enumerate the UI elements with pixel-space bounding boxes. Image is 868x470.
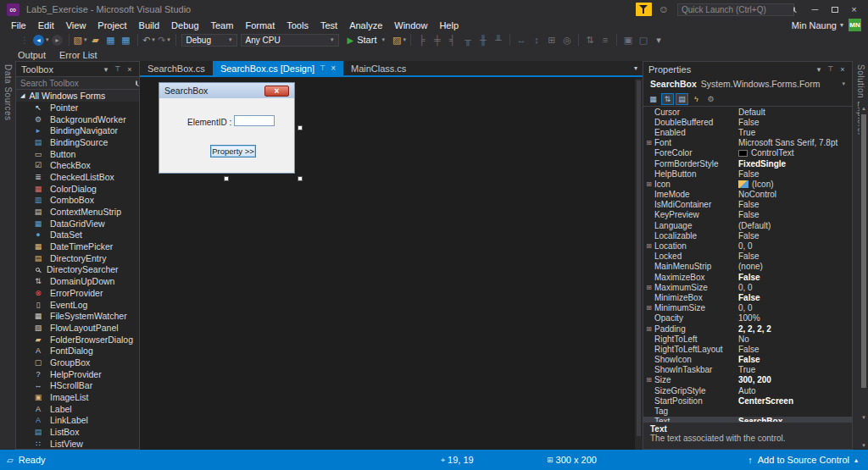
property-value[interactable]: False — [736, 355, 852, 364]
scroll-down-icon[interactable]: ▾ — [860, 414, 868, 421]
expand-icon[interactable]: ⊞ — [643, 139, 654, 147]
save-all-icon[interactable]: ▦ — [119, 32, 134, 47]
undo-icon[interactable]: ↶▾ — [142, 32, 157, 47]
toolbox-item-linklabel[interactable]: ALinkLabel — [16, 415, 139, 427]
add-item-icon[interactable]: ▧▾ — [73, 32, 88, 47]
toolbox-item-errorprovider[interactable]: ⊗ErrorProvider — [16, 287, 139, 299]
toolbox-item-helpprovider[interactable]: ?HelpProvider — [16, 368, 139, 380]
property-row-icon[interactable]: ⊞Icon(Icon) — [643, 179, 852, 189]
properties-icon[interactable]: ▤ — [676, 93, 688, 105]
horizontal-spacing-icon[interactable]: ⇅ — [582, 32, 598, 47]
toolbox-item-directoryentry[interactable]: ▤DirectoryEntry — [16, 252, 139, 264]
navigate-back-icon[interactable]: ◄▾ — [32, 32, 50, 47]
property-value[interactable]: (Default) — [736, 221, 852, 230]
property-row-doublebuffered[interactable]: DoubleBufferedFalse — [643, 117, 852, 127]
tab-mainclass-cs[interactable]: MainClass.cs — [343, 61, 414, 75]
property-value[interactable]: Default — [736, 108, 852, 117]
property-row-minimizebox[interactable]: MinimizeBoxFalse — [643, 292, 852, 302]
property-value[interactable]: False — [736, 293, 852, 302]
toolbox-item-flowlayoutpanel[interactable]: ▧FlowLayoutPanel — [16, 322, 139, 334]
restore-button[interactable] — [826, 3, 843, 16]
redo-icon[interactable]: ↷▾ — [157, 32, 172, 47]
minimize-button[interactable]: ─ — [806, 3, 824, 16]
property-row-tag[interactable]: Tag — [643, 406, 852, 416]
property-row-showicon[interactable]: ShowIconFalse — [643, 355, 852, 365]
toolbox-item-bindingnavigator[interactable]: ▸BindingNavigator — [16, 124, 139, 136]
toolbox-item-fontdialog[interactable]: AFontDialog — [16, 345, 139, 357]
property-row-forecolor[interactable]: ForeColorControlText — [643, 148, 852, 158]
toolbox-search-input[interactable] — [20, 79, 132, 88]
pin-icon[interactable]: ⊤ — [112, 65, 124, 73]
alphabetical-icon[interactable]: ⇅ — [661, 93, 674, 105]
property-row-font[interactable]: ⊞FontMicrosoft Sans Serif, 7.8pt — [643, 138, 852, 148]
expand-icon[interactable]: ⊞ — [643, 304, 654, 312]
property-value[interactable]: True — [736, 365, 852, 374]
property-row-helpbutton[interactable]: HelpButtonFalse — [643, 169, 852, 179]
property-value[interactable]: 0, 0 — [736, 303, 852, 312]
find-in-files-icon[interactable]: ▨▾ — [392, 32, 407, 47]
scroll-thumb[interactable] — [861, 114, 866, 388]
designed-form[interactable]: SearchBox × ElementID : Property >> — [159, 82, 295, 174]
elementid-label[interactable]: ElementID : — [187, 118, 231, 127]
menu-format[interactable]: Format — [239, 20, 281, 30]
property-row-locked[interactable]: LockedFalse — [643, 252, 852, 262]
property-value[interactable]: False — [736, 169, 852, 179]
scroll-up-icon[interactable]: ▴ — [860, 105, 868, 112]
toolbox-item-datagridview[interactable]: ▦DataGridView — [16, 218, 139, 229]
toolbox-item-checkedlistbox[interactable]: ≣CheckedListBox — [16, 171, 139, 183]
property-value[interactable]: ControlText — [736, 148, 852, 158]
property-value[interactable]: No — [736, 335, 852, 344]
add-to-source-control-button[interactable]: ↑ Add to Source Control ▴ — [748, 455, 868, 465]
designer-canvas[interactable]: SearchBox × ElementID : Property >> — [140, 77, 643, 450]
menu-project[interactable]: Project — [92, 20, 132, 30]
elementid-textbox[interactable] — [234, 115, 275, 126]
expand-icon[interactable]: ⊞ — [643, 284, 654, 291]
menu-test[interactable]: Test — [314, 20, 343, 30]
menu-team[interactable]: Team — [205, 20, 240, 30]
close-icon[interactable]: × — [124, 65, 136, 74]
menu-build[interactable]: Build — [133, 20, 165, 30]
property-value[interactable]: FixedSingle — [736, 159, 852, 169]
window-position-icon[interactable]: ▾ — [100, 65, 112, 74]
expand-icon[interactable]: ⊞ — [643, 376, 654, 384]
same-width-icon[interactable]: ↔ — [514, 32, 529, 47]
quick-launch-box[interactable] — [677, 3, 794, 16]
menu-analyze[interactable]: Analyze — [343, 20, 388, 30]
property-row-keypreview[interactable]: KeyPreviewFalse — [643, 210, 852, 220]
property-row-location[interactable]: ⊞Location0, 0 — [643, 241, 852, 251]
save-icon[interactable]: ▦ — [103, 32, 119, 47]
property-value[interactable]: 0, 0 — [736, 241, 852, 251]
property-row-startposition[interactable]: StartPositionCenterScreen — [643, 395, 852, 406]
toolbox-item-checkbox[interactable]: ☑CheckBox — [16, 159, 139, 171]
property-row-opacity[interactable]: Opacity100% — [643, 313, 852, 323]
toolbox-item-imagelist[interactable]: ▣ImageList — [16, 391, 139, 403]
user-caret-icon[interactable]: ▾ — [840, 21, 843, 29]
property-row-enabled[interactable]: EnabledTrue — [643, 127, 852, 137]
toolbox-item-folderbrowserdialog[interactable]: ▰FolderBrowserDialog — [16, 334, 139, 346]
property-row-righttoleftlayout[interactable]: RightToLeftLayoutFalse — [643, 344, 852, 354]
quick-launch-input[interactable] — [682, 5, 793, 14]
open-file-icon[interactable]: ▰ — [88, 32, 103, 47]
menu-file[interactable]: File — [5, 20, 32, 30]
toolbox-item-colordialog[interactable]: ▦ColorDialog — [16, 183, 139, 195]
property-pages-icon[interactable]: ⚙ — [704, 93, 717, 105]
notifications-filter-icon[interactable] — [636, 3, 652, 16]
close-icon[interactable]: × — [837, 65, 849, 74]
toolbar-options-icon[interactable]: ▾ — [651, 32, 666, 47]
close-button[interactable]: × — [845, 3, 863, 16]
toolbox-item-filesystemwatcher[interactable]: ▦FileSystemWatcher — [16, 310, 139, 322]
toolbox-item-listview[interactable]: ∷ListView — [16, 438, 139, 449]
start-debugging-button[interactable]: ▶ Start ▾ — [348, 35, 385, 45]
toolbox-item-eventlog[interactable]: ▯EventLog — [16, 299, 139, 311]
align-centers-icon[interactable]: ╪ — [430, 32, 445, 47]
properties-title[interactable]: Properties — [648, 64, 813, 75]
events-icon[interactable]: ϟ — [690, 93, 703, 105]
tab-data-sources[interactable]: Data Sources — [3, 61, 13, 121]
toolbox-item-label[interactable]: ALabel — [16, 403, 139, 415]
property-row-size[interactable]: ⊞Size300, 200 — [643, 375, 852, 385]
property-value[interactable]: Auto — [736, 386, 852, 395]
pin-icon[interactable]: ⊤ — [825, 65, 837, 73]
menu-help[interactable]: Help — [433, 20, 465, 30]
toolbar-grip-icon[interactable]: ⋮ — [20, 36, 29, 45]
property-row-imemode[interactable]: ImeModeNoControl — [643, 190, 852, 200]
